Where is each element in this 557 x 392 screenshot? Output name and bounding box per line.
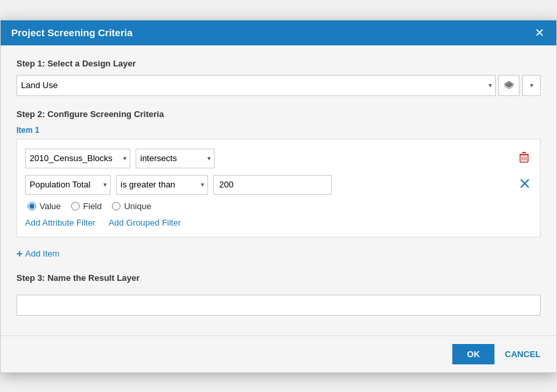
trash-icon: [519, 151, 529, 163]
filter-operator-2-select[interactable]: is greater than: [116, 175, 208, 195]
radio-value-label: Value: [40, 201, 61, 211]
radio-unique-option[interactable]: Unique: [112, 201, 151, 211]
step3-section: Step 3: Name the Result Layer: [16, 273, 541, 316]
dialog-header: Project Screening Criteria ✕: [1, 20, 556, 45]
filter-row-2: Population Total is greater than 200: [25, 175, 532, 195]
add-filter-row: Add Attribute Filter Add Grouped Filter: [25, 218, 532, 228]
filter-field-2-select[interactable]: Population Total: [25, 175, 111, 195]
radio-unique-label: Unique: [124, 201, 151, 211]
filter-field-1-wrapper: 2010_Census_Blocks: [25, 149, 130, 168]
design-layer-row: Land Use ▾: [16, 75, 541, 96]
item-label: Item 1: [16, 126, 541, 135]
filter-operator-1-select[interactable]: intersects: [136, 149, 215, 168]
dialog-body: Step 1: Select a Design Layer Land Use ▾…: [1, 45, 556, 335]
remove-row-2-button[interactable]: [517, 176, 532, 193]
filter-field-2-wrapper: Population Total: [25, 175, 111, 195]
step2-section: Step 2: Configure Screening Criteria Ite…: [16, 109, 541, 237]
filter-operator-1-wrapper: intersects: [136, 149, 215, 168]
layers-icon: [503, 80, 515, 91]
radio-field-option[interactable]: Field: [71, 201, 101, 211]
add-grouped-filter-button[interactable]: Add Grouped Filter: [109, 218, 181, 228]
close-icon: [520, 179, 529, 188]
filter-operator-2-wrapper: is greater than: [116, 175, 208, 195]
svg-rect-3: [522, 152, 526, 153]
delete-row-1-button[interactable]: [516, 150, 532, 167]
add-item-label: Add Item: [25, 249, 59, 258]
close-button[interactable]: ✕: [533, 27, 546, 39]
filter-row-1: 2010_Census_Blocks intersects: [25, 149, 532, 168]
add-item-plus-icon: +: [16, 248, 22, 260]
filter-group-box: 2010_Census_Blocks intersects: [16, 139, 541, 237]
filter-value-2-input[interactable]: 200: [213, 175, 332, 195]
radio-value-input[interactable]: [28, 202, 36, 210]
add-item-button[interactable]: + Add Item: [16, 248, 59, 260]
project-screening-dialog: Project Screening Criteria ✕ Step 1: Sel…: [0, 20, 557, 373]
dialog-footer: OK CANCEL: [1, 335, 556, 372]
radio-unique-input[interactable]: [112, 202, 120, 210]
step3-label: Step 3: Name the Result Layer: [16, 273, 541, 283]
step1-label: Step 1: Select a Design Layer: [16, 59, 541, 68]
layer-select[interactable]: Land Use: [16, 75, 496, 96]
layer-select-wrapper: Land Use: [16, 75, 496, 96]
add-item-row: + Add Item: [16, 248, 541, 260]
filter-field-1-select[interactable]: 2010_Census_Blocks: [25, 149, 130, 168]
layers-icon-button[interactable]: [498, 75, 519, 96]
result-layer-input[interactable]: [16, 295, 541, 316]
radio-field-input[interactable]: [71, 202, 80, 210]
radio-field-label: Field: [83, 201, 101, 211]
radio-row: Value Field Unique: [28, 201, 532, 211]
add-attribute-filter-button[interactable]: Add Attribute Filter: [25, 218, 95, 228]
radio-value-option[interactable]: Value: [28, 201, 61, 211]
layer-dropdown-arrow-button[interactable]: ▾: [522, 75, 541, 96]
ok-button[interactable]: OK: [452, 344, 494, 364]
dialog-title: Project Screening Criteria: [11, 27, 132, 38]
step2-label: Step 2: Configure Screening Criteria: [16, 109, 541, 119]
cancel-button[interactable]: CANCEL: [502, 344, 543, 364]
